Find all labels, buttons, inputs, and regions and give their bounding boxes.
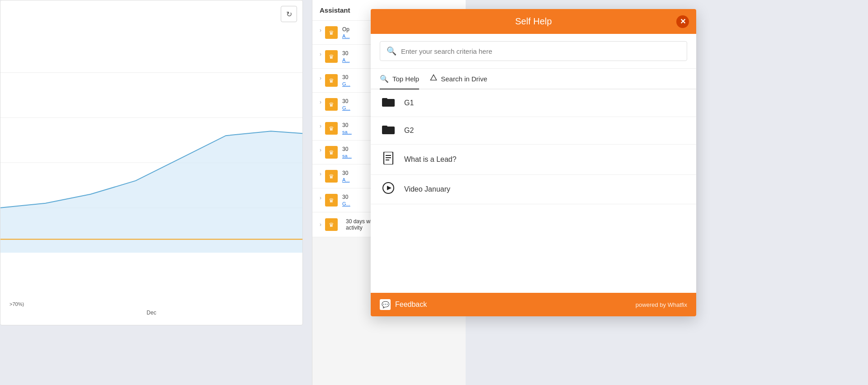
crown-icon: ♛ [325,26,338,39]
self-help-header: Self Help ✕ [371,9,696,34]
content-item-label: G1 [404,99,414,107]
crown-icon: ♛ [325,146,338,159]
content-item-g1[interactable]: G1 [371,89,696,117]
chevron-right-icon: › [320,147,321,153]
chart-bottom-label: >70%) [9,301,24,307]
content-item-label: Video January [404,185,450,193]
chevron-right-icon: › [320,195,321,201]
self-help-footer: 💬 Feedback powered by Whatfix [371,293,696,316]
crown-icon: ♛ [325,194,338,207]
svg-rect-10 [382,126,387,128]
content-item-label: G2 [404,127,414,135]
close-button[interactable]: ✕ [676,15,689,28]
chevron-right-icon: › [320,171,321,177]
tab-search-in-drive[interactable]: Search in Drive [430,69,487,89]
drive-tab-icon [430,74,437,83]
chevron-right-icon: › [320,51,321,57]
svg-marker-16 [387,186,392,190]
powered-by-label: powered by Whatfix [636,301,687,308]
chart-refresh-button[interactable]: ↻ [281,6,297,22]
feedback-label: Feedback [395,300,427,309]
tab-top-help-label: Top Help [392,75,419,83]
svg-rect-8 [382,98,387,100]
chevron-right-icon: › [320,99,321,105]
chevron-right-icon: › [320,221,321,228]
search-input-wrapper[interactable]: 🔍 [380,41,687,61]
crown-icon: ♛ [325,74,338,87]
search-input[interactable] [401,47,680,55]
chart-panel: ↻ Dec >70%) [0,0,303,325]
search-icon: 🔍 [387,46,396,56]
content-item-label: What is a Lead? [404,155,457,164]
search-section: 🔍 [371,34,696,69]
folder-icon [382,124,395,137]
chevron-right-icon: › [320,27,321,33]
svg-marker-4 [0,131,302,253]
play-icon [382,182,395,197]
content-item-video-january[interactable]: Video January [371,175,696,204]
tab-search-in-drive-label: Search in Drive [441,75,487,83]
crown-icon: ♛ [325,122,338,135]
content-item-g2[interactable]: G2 [371,117,696,145]
crown-icon: ♛ [325,50,338,63]
folder-icon [382,97,395,109]
chart-x-label: Dec [146,310,156,316]
self-help-content-list: G1 G2 What is a Lead? [371,89,696,293]
crown-icon: ♛ [325,218,338,231]
crown-icon: ♛ [325,170,338,183]
feedback-icon: 💬 [380,299,391,310]
chevron-right-icon: › [320,75,321,81]
self-help-title: Self Help [515,16,552,27]
content-item-what-is-lead[interactable]: What is a Lead? [371,145,696,175]
document-icon [382,152,395,167]
chevron-right-icon: › [320,123,321,129]
tab-top-help[interactable]: 🔍 Top Help [380,69,419,89]
crown-icon: ♛ [325,98,338,111]
self-help-panel: Self Help ✕ 🔍 🔍 Top Help Search in Drive [371,9,696,316]
feedback-button[interactable]: 💬 Feedback [380,299,427,310]
svg-marker-6 [431,75,437,80]
tabs-bar: 🔍 Top Help Search in Drive [371,69,696,89]
search-tab-icon: 🔍 [380,75,389,83]
